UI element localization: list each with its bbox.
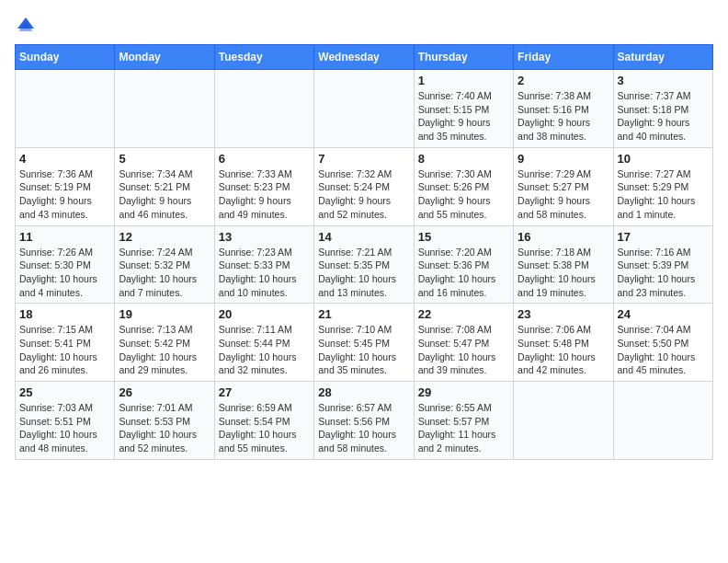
day-number: 26 — [119, 385, 210, 399]
day-number: 11 — [19, 230, 110, 244]
day-info: Sunrise: 7:30 AMSunset: 5:26 PMDaylight:… — [418, 167, 509, 222]
day-number: 20 — [219, 307, 310, 321]
calendar-cell: 19Sunrise: 7:13 AMSunset: 5:42 PMDayligh… — [115, 304, 214, 382]
calendar-cell: 10Sunrise: 7:27 AMSunset: 5:29 PMDayligh… — [613, 147, 712, 225]
day-info: Sunrise: 6:59 AMSunset: 5:54 PMDaylight:… — [219, 401, 310, 455]
calendar-cell: 25Sunrise: 7:03 AMSunset: 5:51 PMDayligh… — [16, 382, 115, 460]
calendar-cell — [314, 70, 414, 148]
day-number: 1 — [418, 74, 509, 87]
day-info: Sunrise: 7:20 AMSunset: 5:36 PMDaylight:… — [418, 246, 509, 300]
calendar-cell — [514, 382, 613, 460]
weekday-row: SundayMondayTuesdayWednesdayThursdayFrid… — [16, 45, 713, 70]
day-number: 28 — [318, 385, 409, 399]
day-info: Sunrise: 7:01 AMSunset: 5:53 PMDaylight:… — [119, 401, 210, 455]
day-info: Sunrise: 7:23 AMSunset: 5:33 PMDaylight:… — [219, 246, 310, 300]
calendar-cell: 15Sunrise: 7:20 AMSunset: 5:36 PMDayligh… — [414, 225, 513, 304]
weekday-header: Wednesday — [314, 45, 414, 70]
calendar-week-row: 18Sunrise: 7:15 AMSunset: 5:41 PMDayligh… — [16, 304, 713, 382]
calendar-week-row: 4Sunrise: 7:36 AMSunset: 5:19 PMDaylight… — [16, 147, 713, 225]
day-number: 16 — [518, 230, 609, 244]
day-info: Sunrise: 7:15 AMSunset: 5:41 PMDaylight:… — [19, 323, 110, 377]
page-header — [15, 15, 713, 37]
calendar-header: SundayMondayTuesdayWednesdayThursdayFrid… — [16, 45, 713, 70]
weekday-header: Monday — [115, 45, 214, 70]
weekday-header: Thursday — [414, 45, 513, 70]
calendar-cell: 22Sunrise: 7:08 AMSunset: 5:47 PMDayligh… — [414, 304, 513, 382]
day-info: Sunrise: 6:57 AMSunset: 5:56 PMDaylight:… — [318, 401, 409, 455]
day-info: Sunrise: 7:37 AMSunset: 5:18 PMDaylight:… — [618, 89, 709, 144]
day-info: Sunrise: 7:24 AMSunset: 5:32 PMDaylight:… — [119, 246, 210, 300]
day-info: Sunrise: 7:18 AMSunset: 5:38 PMDaylight:… — [518, 246, 609, 300]
calendar-cell: 1Sunrise: 7:40 AMSunset: 5:15 PMDaylight… — [414, 70, 513, 148]
calendar-cell: 12Sunrise: 7:24 AMSunset: 5:32 PMDayligh… — [115, 225, 214, 304]
logo-icon — [15, 15, 37, 37]
calendar-cell: 20Sunrise: 7:11 AMSunset: 5:44 PMDayligh… — [214, 304, 313, 382]
day-number: 9 — [518, 152, 609, 166]
day-number: 29 — [418, 385, 509, 399]
logo — [15, 15, 40, 37]
day-number: 14 — [318, 230, 409, 244]
calendar-cell: 3Sunrise: 7:37 AMSunset: 5:18 PMDaylight… — [613, 70, 712, 148]
day-number: 5 — [119, 152, 210, 166]
day-number: 27 — [219, 385, 310, 399]
calendar-cell: 4Sunrise: 7:36 AMSunset: 5:19 PMDaylight… — [16, 147, 115, 225]
day-number: 21 — [318, 307, 409, 321]
day-number: 13 — [219, 230, 310, 244]
calendar-cell: 7Sunrise: 7:32 AMSunset: 5:24 PMDaylight… — [314, 147, 414, 225]
day-info: Sunrise: 7:40 AMSunset: 5:15 PMDaylight:… — [418, 89, 509, 144]
day-number: 6 — [219, 152, 310, 166]
day-info: Sunrise: 7:27 AMSunset: 5:29 PMDaylight:… — [618, 167, 709, 222]
day-number: 10 — [618, 152, 709, 166]
calendar-body: 1Sunrise: 7:40 AMSunset: 5:15 PMDaylight… — [16, 70, 713, 460]
calendar-cell: 5Sunrise: 7:34 AMSunset: 5:21 PMDaylight… — [115, 147, 214, 225]
day-number: 8 — [418, 152, 509, 166]
day-number: 2 — [518, 74, 609, 87]
day-info: Sunrise: 7:33 AMSunset: 5:23 PMDaylight:… — [219, 167, 310, 222]
calendar-cell: 17Sunrise: 7:16 AMSunset: 5:39 PMDayligh… — [613, 225, 712, 304]
weekday-header: Tuesday — [214, 45, 313, 70]
day-info: Sunrise: 7:38 AMSunset: 5:16 PMDaylight:… — [518, 89, 609, 144]
day-number: 18 — [19, 307, 110, 321]
day-info: Sunrise: 7:21 AMSunset: 5:35 PMDaylight:… — [318, 246, 409, 300]
day-number: 12 — [119, 230, 210, 244]
calendar-cell: 14Sunrise: 7:21 AMSunset: 5:35 PMDayligh… — [314, 225, 414, 304]
calendar-cell: 11Sunrise: 7:26 AMSunset: 5:30 PMDayligh… — [16, 225, 115, 304]
day-info: Sunrise: 7:13 AMSunset: 5:42 PMDaylight:… — [119, 323, 210, 377]
calendar-cell: 23Sunrise: 7:06 AMSunset: 5:48 PMDayligh… — [514, 304, 613, 382]
calendar-week-row: 1Sunrise: 7:40 AMSunset: 5:15 PMDaylight… — [16, 70, 713, 148]
day-number: 4 — [19, 152, 110, 166]
day-info: Sunrise: 7:06 AMSunset: 5:48 PMDaylight:… — [518, 323, 609, 377]
calendar-cell — [115, 70, 214, 148]
day-info: Sunrise: 7:11 AMSunset: 5:44 PMDaylight:… — [219, 323, 310, 377]
calendar-cell: 21Sunrise: 7:10 AMSunset: 5:45 PMDayligh… — [314, 304, 414, 382]
day-info: Sunrise: 7:10 AMSunset: 5:45 PMDaylight:… — [318, 323, 409, 377]
calendar-week-row: 25Sunrise: 7:03 AMSunset: 5:51 PMDayligh… — [16, 382, 713, 460]
day-number: 22 — [418, 307, 509, 321]
day-number: 17 — [618, 230, 709, 244]
calendar-cell: 9Sunrise: 7:29 AMSunset: 5:27 PMDaylight… — [514, 147, 613, 225]
day-info: Sunrise: 7:08 AMSunset: 5:47 PMDaylight:… — [418, 323, 509, 377]
calendar-cell: 24Sunrise: 7:04 AMSunset: 5:50 PMDayligh… — [613, 304, 712, 382]
day-info: Sunrise: 7:32 AMSunset: 5:24 PMDaylight:… — [318, 167, 409, 222]
calendar-cell: 18Sunrise: 7:15 AMSunset: 5:41 PMDayligh… — [16, 304, 115, 382]
day-info: Sunrise: 7:29 AMSunset: 5:27 PMDaylight:… — [518, 167, 609, 222]
calendar-cell — [214, 70, 313, 148]
calendar-cell: 29Sunrise: 6:55 AMSunset: 5:57 PMDayligh… — [414, 382, 513, 460]
calendar-cell: 28Sunrise: 6:57 AMSunset: 5:56 PMDayligh… — [314, 382, 414, 460]
day-number: 7 — [318, 152, 409, 166]
day-info: Sunrise: 7:16 AMSunset: 5:39 PMDaylight:… — [618, 246, 709, 300]
calendar-week-row: 11Sunrise: 7:26 AMSunset: 5:30 PMDayligh… — [16, 225, 713, 304]
calendar-table: SundayMondayTuesdayWednesdayThursdayFrid… — [15, 44, 713, 460]
day-number: 25 — [19, 385, 110, 399]
calendar-cell: 8Sunrise: 7:30 AMSunset: 5:26 PMDaylight… — [414, 147, 513, 225]
calendar-cell: 27Sunrise: 6:59 AMSunset: 5:54 PMDayligh… — [214, 382, 313, 460]
day-number: 23 — [518, 307, 609, 321]
calendar-cell: 13Sunrise: 7:23 AMSunset: 5:33 PMDayligh… — [214, 225, 313, 304]
day-info: Sunrise: 7:26 AMSunset: 5:30 PMDaylight:… — [19, 246, 110, 300]
calendar-cell: 26Sunrise: 7:01 AMSunset: 5:53 PMDayligh… — [115, 382, 214, 460]
day-number: 3 — [618, 74, 709, 87]
weekday-header: Sunday — [16, 45, 115, 70]
calendar-cell: 16Sunrise: 7:18 AMSunset: 5:38 PMDayligh… — [514, 225, 613, 304]
day-info: Sunrise: 6:55 AMSunset: 5:57 PMDaylight:… — [418, 401, 509, 455]
day-number: 19 — [119, 307, 210, 321]
